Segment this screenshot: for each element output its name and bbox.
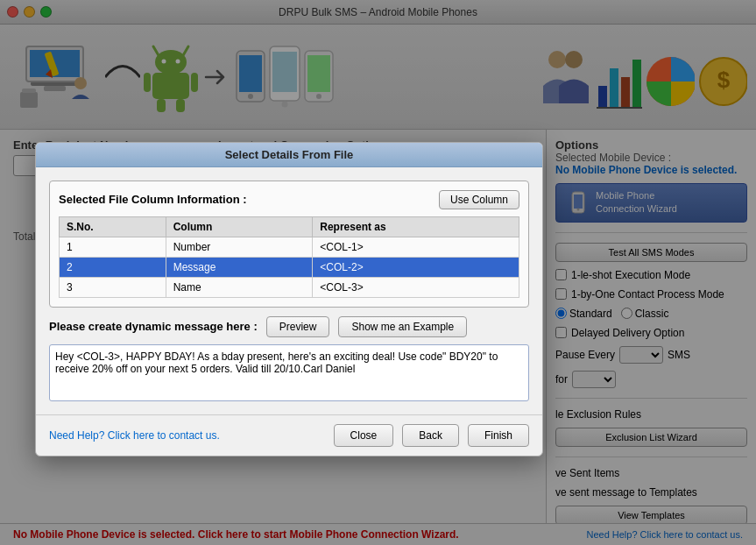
message-textarea[interactable]: [49, 344, 529, 401]
table-cell-represent: <COL-1>: [313, 237, 519, 257]
modal: Select Details From File Selected File C…: [35, 142, 543, 457]
file-col-header: Selected File Column Information : Use C…: [59, 190, 519, 209]
table-cell-column: Number: [166, 237, 313, 257]
modal-help-link[interactable]: Need Help? Click here to contact us.: [49, 429, 220, 442]
table-cell-represent: <COL-2>: [313, 257, 519, 277]
preview-button[interactable]: Preview: [266, 316, 330, 337]
file-col-section: Selected File Column Information : Use C…: [49, 180, 529, 308]
table-cell-num: 3: [60, 277, 166, 297]
col-header-column: Column: [166, 216, 313, 237]
table-row[interactable]: 3Name<COL-3>: [60, 277, 519, 297]
table-header-row: S.No. Column Represent as: [60, 216, 519, 237]
table-cell-column: Message: [166, 257, 313, 277]
back-button[interactable]: Back: [402, 424, 459, 447]
modal-footer: Need Help? Click here to contact us. Clo…: [36, 414, 542, 456]
table-cell-column: Name: [166, 277, 313, 297]
col-table-body: 1Number<COL-1>2Message<COL-2>3Name<COL-3…: [60, 237, 519, 297]
modal-overlay: Select Details From File Selected File C…: [0, 0, 756, 545]
col-header-sno: S.No.: [60, 216, 166, 237]
msg-section: Please create dynamic message here : Pre…: [49, 316, 529, 401]
finish-button[interactable]: Finish: [468, 424, 529, 447]
table-cell-num: 2: [60, 257, 166, 277]
close-button[interactable]: Close: [334, 424, 394, 447]
msg-label: Please create dynamic message here :: [49, 320, 258, 333]
table-row[interactable]: 1Number<COL-1>: [60, 237, 519, 257]
table-cell-represent: <COL-3>: [313, 277, 519, 297]
table-cell-num: 1: [60, 237, 166, 257]
msg-header: Please create dynamic message here : Pre…: [49, 316, 529, 337]
modal-body: Selected File Column Information : Use C…: [36, 167, 542, 414]
modal-title: Select Details From File: [225, 148, 354, 161]
modal-title-bar: Select Details From File: [36, 143, 542, 167]
use-column-button[interactable]: Use Column: [439, 190, 519, 209]
example-button[interactable]: Show me an Example: [338, 316, 467, 337]
col-header-represent: Represent as: [313, 216, 519, 237]
column-table: S.No. Column Represent as 1Number<COL-1>…: [59, 216, 519, 298]
file-col-title: Selected File Column Information :: [59, 193, 247, 206]
table-row[interactable]: 2Message<COL-2>: [60, 257, 519, 277]
footer-buttons: Close Back Finish: [334, 424, 529, 447]
